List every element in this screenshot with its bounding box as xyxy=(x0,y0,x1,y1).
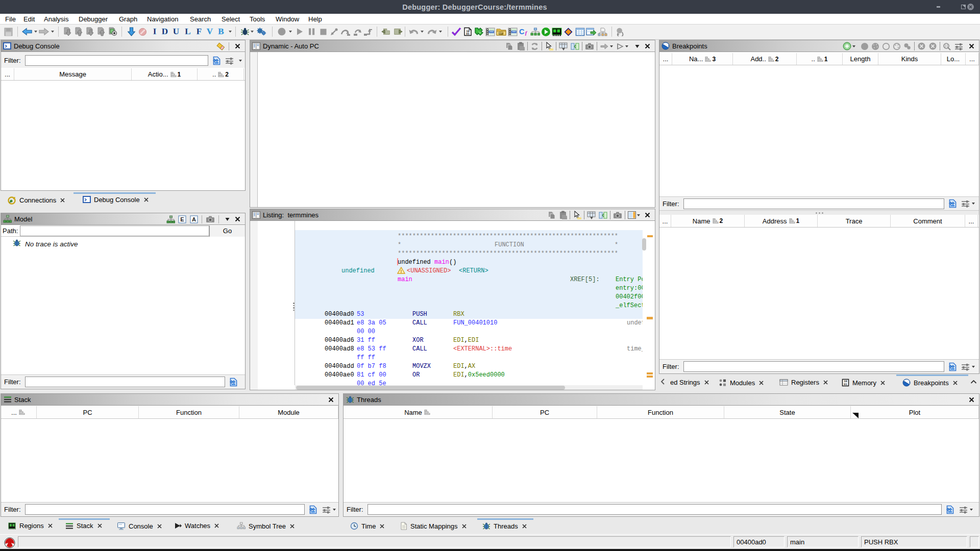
svg-text:D: D xyxy=(162,27,168,36)
svg-text:C: C xyxy=(519,28,525,36)
svg-text:E: E xyxy=(180,216,184,222)
svg-text:V: V xyxy=(207,27,213,36)
svg-text:A: A xyxy=(192,216,196,222)
svg-text:DT: DT xyxy=(499,32,503,35)
svg-text:B: B xyxy=(218,27,224,36)
svg-text:f: f xyxy=(525,30,528,36)
svg-text:01: 01 xyxy=(466,32,470,36)
svg-text:F: F xyxy=(197,27,202,36)
svg-text:I: I xyxy=(153,27,157,36)
svg-text:U: U xyxy=(173,27,179,36)
svg-text:L: L xyxy=(185,27,190,36)
svg-text:!: ! xyxy=(401,269,402,274)
svg-text:01: 01 xyxy=(844,383,847,386)
